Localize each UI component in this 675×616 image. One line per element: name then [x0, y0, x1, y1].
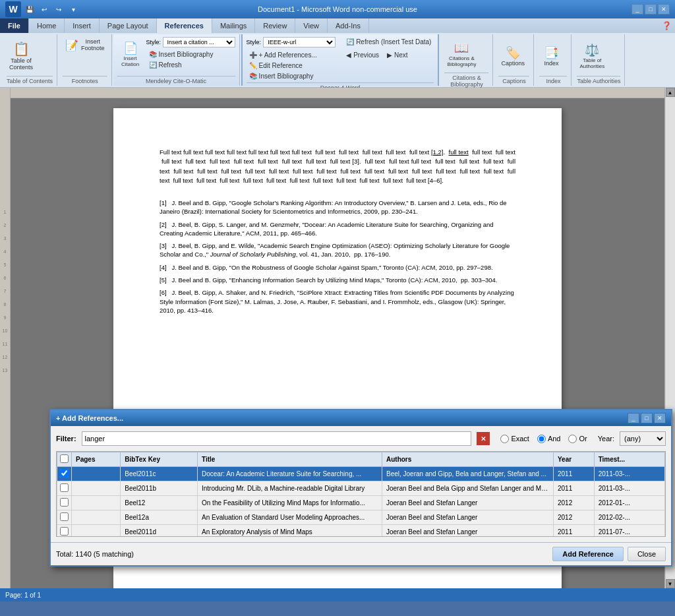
- citations-bibliography-btn[interactable]: 📖 Citations &Bibliography: [444, 37, 479, 71]
- cell-pages: [72, 467, 121, 481]
- scroll-up-btn[interactable]: ▲: [666, 88, 675, 97]
- dialog-title-bar: + Add References... _ □ ✕: [51, 410, 671, 426]
- cell-timestamp: 2012-02-...: [594, 510, 664, 525]
- edit-reference-ribbon-btn[interactable]: ✏️ Edit Reference: [247, 61, 336, 71]
- cell-timestamp: 2011-03-...: [594, 481, 664, 496]
- captions-btn[interactable]: 🏷️ Captions: [498, 39, 527, 73]
- tab-home[interactable]: Home: [29, 18, 65, 33]
- ref-4: [4] J. Beel and B. Gipp, "On the Robustn…: [160, 263, 515, 272]
- select-all-checkbox[interactable]: [60, 454, 69, 463]
- window-controls: _ □ ✕: [631, 4, 670, 15]
- add-reference-dialog-btn[interactable]: Add Reference: [552, 547, 624, 561]
- title-bar: W 💾 ↩ ↪ ▾ Document1 - Microsoft Word non…: [0, 0, 675, 18]
- year-select[interactable]: (any) 2008 2009 2010 2011 2012 2013: [620, 431, 666, 446]
- cell-checkbox[interactable]: [57, 496, 72, 510]
- maximize-btn[interactable]: □: [645, 4, 657, 15]
- close-dialog-btn[interactable]: Close: [628, 547, 666, 561]
- redo-quick-btn[interactable]: ↪: [53, 3, 65, 15]
- row-checkbox-1[interactable]: [60, 483, 69, 492]
- dialog-minimize-btn[interactable]: _: [628, 413, 639, 423]
- insert-footnote-btn[interactable]: 📝 InsertFootnote: [63, 37, 107, 53]
- cell-checkbox[interactable]: [57, 525, 72, 538]
- dialog-close-btn[interactable]: ✕: [654, 413, 666, 423]
- dialog-footer: Total: 1140 (5 matching) Add Reference C…: [51, 542, 671, 565]
- cell-timestamp: 2012-01-...: [594, 496, 664, 510]
- radio-or[interactable]: Or: [568, 435, 587, 443]
- add-reference-ribbon-btn[interactable]: ➕ + Add References...: [247, 50, 336, 60]
- table-row[interactable]: Beel12 On the Feasibility of Utilizing M…: [57, 496, 665, 510]
- tab-page-layout[interactable]: Page Layout: [100, 18, 157, 33]
- refresh-mendeley-btn[interactable]: 🔄 Refresh: [146, 60, 235, 70]
- table-authorities-btn[interactable]: ⚖️ Table ofAuthorities: [577, 39, 607, 73]
- dialog-body: Filter: ✕ Exact And Or Year: (any) 2008: [51, 426, 671, 542]
- title-bar-left: W 💾 ↩ ↪ ▾: [5, 1, 79, 17]
- cell-year: 2012: [553, 510, 594, 525]
- insert-bibliography-docear-btn[interactable]: 📚 Insert Bibliography: [247, 71, 336, 81]
- close-btn[interactable]: ✕: [658, 4, 670, 15]
- tab-view[interactable]: View: [295, 18, 328, 33]
- cell-checkbox[interactable]: [57, 467, 72, 481]
- next-btn[interactable]: ▶ Next: [384, 50, 411, 60]
- table-row[interactable]: Beel2011b Introducing Mr. DLib, a Machin…: [57, 481, 665, 496]
- save-quick-btn[interactable]: 💾: [24, 3, 36, 15]
- index-btn[interactable]: 📑 Index: [539, 39, 563, 73]
- status-bar: Page: 1 of 1: [0, 588, 675, 601]
- filter-label: Filter:: [56, 435, 76, 443]
- tab-review[interactable]: Review: [255, 18, 295, 33]
- radio-and[interactable]: And: [537, 435, 561, 443]
- group-label-authorities: Table Authorities: [577, 76, 620, 84]
- filter-row: Filter: ✕ Exact And Or Year: (any) 2008: [56, 431, 666, 446]
- tab-insert[interactable]: Insert: [65, 18, 100, 33]
- previous-btn[interactable]: ◀ Previous: [343, 50, 382, 60]
- customize-quick-btn[interactable]: ▾: [67, 3, 79, 15]
- refresh-icon: 🔄: [149, 61, 157, 69]
- cell-year: 2011: [553, 525, 594, 538]
- references-table: Pages BibTex Key Title Authors Year Time…: [57, 452, 665, 537]
- citations-label: Citations &Bibliography: [447, 55, 476, 67]
- undo-quick-btn[interactable]: ↩: [38, 3, 50, 15]
- docear-style-row: Style: IEEE-w-url: [247, 37, 336, 47]
- ribbon-tabs: File Home Insert Page Layout References …: [0, 18, 675, 33]
- cell-checkbox[interactable]: [57, 481, 72, 496]
- help-btn[interactable]: ❓: [660, 20, 672, 32]
- group-docear: Style: IEEE-w-url ➕ + Add References... …: [241, 34, 440, 86]
- edit-ref-icon: ✏️: [249, 62, 257, 69]
- footnote-label: InsertFootnote: [81, 38, 105, 51]
- th-year: Year: [553, 452, 594, 467]
- table-row[interactable]: Beel12a An Evaluation of Standard User M…: [57, 510, 665, 525]
- tab-add-ins[interactable]: Add-Ins: [328, 18, 369, 33]
- table-row[interactable]: Beel2011c Docear: An Academic Literature…: [57, 467, 665, 481]
- tab-file[interactable]: File: [0, 18, 29, 33]
- row-checkbox-4[interactable]: [60, 527, 69, 536]
- insert-bibliography-mendeley-btn[interactable]: 📚 Insert Bibliography: [146, 49, 235, 59]
- tab-references[interactable]: References: [157, 18, 212, 34]
- references-table-container[interactable]: Pages BibTex Key Title Authors Year Time…: [56, 451, 666, 537]
- footer-total: Total: 1140 (5 matching): [56, 550, 134, 558]
- filter-clear-btn[interactable]: ✕: [477, 432, 490, 445]
- style-select-mendeley[interactable]: Insert a citation ...: [163, 37, 235, 47]
- radio-exact[interactable]: Exact: [500, 435, 529, 443]
- page-info: Page: 1 of 1: [5, 592, 41, 599]
- scroll-down-btn[interactable]: ▼: [666, 579, 675, 588]
- cell-pages: [72, 525, 121, 538]
- toc-icon: 📋: [13, 41, 30, 57]
- row-checkbox-2[interactable]: [60, 498, 69, 507]
- dialog-window-controls: _ □ ✕: [628, 413, 666, 423]
- minimize-btn[interactable]: _: [631, 4, 643, 15]
- refresh-docear-btn[interactable]: 🔄 Refresh (Insert Test Data): [343, 37, 434, 47]
- tab-mailings[interactable]: Mailings: [212, 18, 255, 33]
- insert-citation-btn[interactable]: 📄 InsertCitation: [117, 37, 144, 71]
- group-captions: 🏷️ Captions Captions: [494, 34, 534, 86]
- table-of-contents-btn[interactable]: 📋 Table ofContents: [7, 39, 36, 73]
- style-select-docear[interactable]: IEEE-w-url: [263, 37, 336, 47]
- filter-input[interactable]: [82, 431, 472, 446]
- table-row[interactable]: Beel2011d An Exploratory Analysis of Min…: [57, 525, 665, 538]
- group-label-captions: Captions: [498, 76, 529, 84]
- dialog-maximize-btn[interactable]: □: [641, 413, 653, 423]
- previous-icon: ◀: [346, 51, 351, 59]
- add-ref-icon: ➕: [249, 51, 257, 59]
- row-checkbox-0[interactable]: [60, 469, 69, 477]
- cell-pages: [72, 496, 121, 510]
- row-checkbox-3[interactable]: [60, 512, 69, 521]
- cell-checkbox[interactable]: [57, 510, 72, 525]
